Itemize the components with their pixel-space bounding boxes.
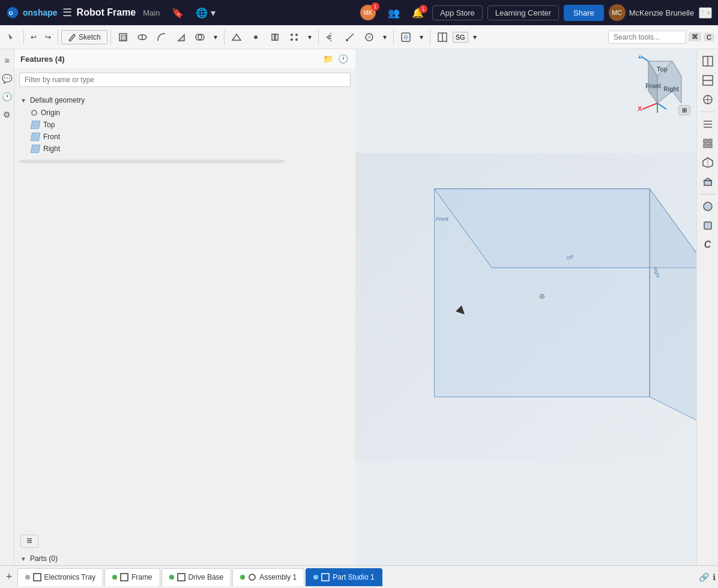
br-info-icon[interactable]: ℹ <box>713 572 716 582</box>
filter-input[interactable] <box>19 73 351 87</box>
orientation-cube[interactable]: Top Front Right X Z ⊞ <box>630 55 690 115</box>
avatar-collab-btn[interactable]: MK 1 <box>357 2 379 23</box>
rt-c-btn[interactable]: C <box>699 236 716 253</box>
boolean-btn[interactable] <box>191 29 209 45</box>
svg-text:O: O <box>9 10 13 16</box>
svg-text:Top: Top <box>657 66 668 73</box>
svg-text:Right: Right <box>663 86 679 92</box>
mirror-btn[interactable] <box>322 29 340 45</box>
comments-panel-icon[interactable]: 💬 <box>0 72 14 85</box>
pattern-btn[interactable] <box>285 29 303 45</box>
add-tab-btn[interactable]: + <box>2 569 16 584</box>
undo-btn[interactable]: ↩ <box>27 31 40 44</box>
chamfer-btn[interactable] <box>172 29 190 45</box>
main-area: ≡ 💬 🕐 ⚙ Features (4) 📁 🕐 ▼ Default geome… <box>0 49 718 565</box>
left-panel-icons: ≡ 💬 🕐 ⚙ <box>0 49 14 565</box>
origin-item[interactable]: Origin <box>14 107 355 119</box>
cube-mode-btn[interactable]: ⊞ <box>678 105 690 115</box>
revolve-btn[interactable] <box>133 29 151 45</box>
rt-toggle2-btn[interactable] <box>699 72 716 89</box>
custom-panel-icon[interactable]: ⚙ <box>1 108 13 121</box>
parts-header[interactable]: ▼ Parts (0) <box>14 551 355 565</box>
rt-grid-btn[interactable] <box>699 135 716 152</box>
toolbar: ↩ ↪ Sketch ▾ ▾ ▾ <box>0 25 718 49</box>
user-section[interactable]: MC McKenzie Brunelle <box>609 4 694 21</box>
learning-center-btn[interactable]: Learning Center <box>487 5 559 20</box>
left-panel: Features (4) 📁 🕐 ▼ Default geometry Orig… <box>14 49 355 565</box>
tab-frame[interactable]: Frame <box>104 568 160 586</box>
rt-toggle1-btn[interactable] <box>699 53 716 70</box>
filter-wrap <box>14 69 355 91</box>
render-drop-btn[interactable]: ▾ <box>416 31 427 44</box>
rt-sep2 <box>701 194 715 194</box>
front-plane-item[interactable]: Front <box>14 131 355 143</box>
collapse-panel-btn[interactable] <box>20 535 38 548</box>
help-btn[interactable]: ? ▾ <box>699 7 712 19</box>
measure-btn[interactable] <box>341 29 359 45</box>
history-panel-icon[interactable]: 🕐 <box>0 90 14 103</box>
rt-3d-btn[interactable] <box>699 154 716 171</box>
extrude-btn[interactable] <box>114 29 132 45</box>
tab-studio-icon2 <box>120 573 128 581</box>
right-toolbar: C <box>696 49 718 565</box>
svg-rect-11 <box>272 34 276 40</box>
bookmark-btn[interactable]: 🔖 <box>168 5 187 21</box>
svg-marker-71 <box>704 178 711 181</box>
rt-obj-btn[interactable] <box>699 217 716 234</box>
default-geometry-group[interactable]: ▼ Default geometry <box>14 94 355 107</box>
plane-btn[interactable] <box>228 29 246 45</box>
rt-box-btn[interactable] <box>699 173 716 190</box>
viewport[interactable]: Front Top Right Top Front R <box>355 49 696 565</box>
tab-electronics-tray[interactable]: Electronics Tray <box>17 568 103 586</box>
section-btn[interactable] <box>433 29 451 45</box>
rt-list-btn[interactable] <box>699 116 716 133</box>
selection-tool-btn[interactable] <box>4 30 20 44</box>
chevron-down-icon: ▼ <box>20 97 26 104</box>
display-btn[interactable] <box>360 29 378 45</box>
notification-badge: 1 <box>419 5 427 13</box>
tab-drive-base[interactable]: Drive Base <box>161 568 232 586</box>
horizontal-scrollbar[interactable] <box>19 160 285 163</box>
features-panel-icon[interactable]: ≡ <box>2 54 11 67</box>
add-feature-btn[interactable]: 📁 <box>322 53 334 65</box>
search-tools-input[interactable] <box>608 31 686 44</box>
app-store-btn[interactable]: App Store <box>432 5 483 20</box>
mate-btn[interactable] <box>266 29 284 45</box>
sketch-btn[interactable]: Sketch <box>61 30 107 44</box>
svg-line-52 <box>641 56 648 61</box>
top-plane-item[interactable]: Top <box>14 119 355 131</box>
display-drop-btn[interactable]: ▾ <box>379 31 390 44</box>
sep1 <box>23 30 24 44</box>
tab-studio-icon <box>33 573 41 581</box>
svg-rect-70 <box>704 181 711 185</box>
plane-icon-top <box>31 121 40 129</box>
collab-icon-btn[interactable]: 👥 <box>384 5 403 21</box>
notification-btn[interactable]: 🔔 1 <box>408 5 427 21</box>
svg-point-10 <box>254 35 258 39</box>
more-tools-btn[interactable]: ▾ <box>210 31 221 44</box>
tab-status-part-studio1 <box>313 575 318 580</box>
sg-drop-btn[interactable]: ▾ <box>469 31 480 44</box>
rt-toggle3-btn[interactable] <box>699 91 716 108</box>
bottom-tabs: + Electronics Tray Frame Drive Base Asse… <box>0 565 718 588</box>
pattern-drop-btn[interactable]: ▾ <box>304 31 315 44</box>
br-link-icon[interactable]: 🔗 <box>699 572 709 582</box>
tab-assembly1[interactable]: Assembly 1 <box>232 568 304 586</box>
features-title: Features (4) <box>20 55 65 64</box>
rt-sphere-btn[interactable] <box>699 198 716 215</box>
globe-btn[interactable]: 🌐 ▾ <box>192 5 219 21</box>
chevron-right-icon: ▼ <box>20 556 26 562</box>
point-btn[interactable] <box>247 29 265 45</box>
fillet-btn[interactable] <box>152 29 170 45</box>
sketch-label: Sketch <box>79 33 101 41</box>
origin-label: Origin <box>41 109 60 117</box>
onshape-logo[interactable]: O onshape <box>6 6 58 19</box>
right-plane-item[interactable]: Right <box>14 143 355 155</box>
history-btn[interactable]: 🕐 <box>337 53 349 65</box>
features-header: Features (4) 📁 🕐 <box>14 49 355 69</box>
render-btn[interactable] <box>397 29 415 45</box>
redo-btn[interactable]: ↪ <box>41 31 55 44</box>
tab-part-studio1[interactable]: Part Studio 1 <box>306 568 382 586</box>
share-btn[interactable]: Share <box>564 5 604 21</box>
menu-icon[interactable]: ☰ <box>62 6 72 19</box>
